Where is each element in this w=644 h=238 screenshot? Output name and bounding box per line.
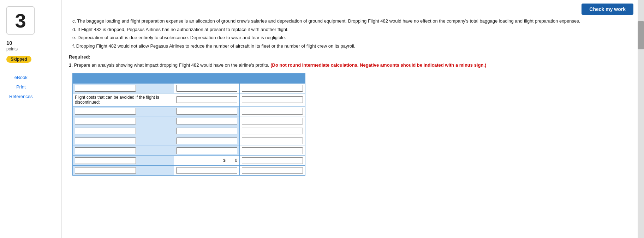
row6-right-cell — [240, 136, 305, 146]
status-badge: Skipped — [6, 56, 31, 63]
points-label: points — [6, 47, 18, 51]
row9-right-cell — [240, 165, 305, 175]
row3-right-input[interactable] — [242, 108, 303, 115]
table-row — [73, 136, 305, 146]
references-link[interactable]: References — [6, 92, 35, 100]
table-row — [73, 116, 305, 126]
row6-desc-cell — [73, 136, 174, 146]
table-header-row — [73, 73, 305, 83]
row5-right-input[interactable] — [242, 128, 303, 134]
row4-desc-cell — [73, 116, 174, 126]
row5-desc-input[interactable] — [75, 128, 136, 134]
row9-mid-cell — [174, 165, 240, 175]
row8-right-input[interactable] — [242, 157, 303, 164]
row7-right-cell — [240, 146, 305, 155]
row2-right-cell — [240, 93, 305, 106]
row1-right-cell — [240, 83, 305, 93]
row7-desc-cell — [73, 146, 174, 155]
row9-desc-cell — [73, 165, 174, 175]
row5-mid-cell — [174, 126, 240, 136]
scrollbar-thumb[interactable] — [638, 21, 644, 49]
row3-mid-input[interactable] — [176, 108, 237, 115]
row1-desc-input[interactable] — [75, 85, 136, 92]
check-my-work-button[interactable]: Check my work — [582, 4, 633, 15]
row1-right-input[interactable] — [242, 85, 303, 92]
row4-right-cell — [240, 116, 305, 126]
list-item-e: e. Depreciation of aircraft is due entir… — [72, 34, 626, 41]
content-area: c. The baggage loading and flight prepar… — [69, 18, 633, 176]
list-item-f: f. Dropping Flight 482 would not allow P… — [72, 43, 626, 50]
required-label: Required: — [69, 54, 626, 60]
row4-mid-cell — [174, 116, 240, 126]
row5-desc-cell — [73, 126, 174, 136]
dollar-sign: $ — [223, 158, 226, 163]
list-item-d: d. If Flight 482 is dropped, Pegasus Air… — [72, 26, 626, 33]
table-row — [73, 165, 305, 175]
row2-mid-input[interactable] — [176, 96, 237, 103]
row8-right-cell — [240, 155, 305, 165]
print-link[interactable]: Print — [6, 83, 35, 91]
info-list: c. The baggage loading and flight prepar… — [69, 18, 626, 49]
table-row — [73, 126, 305, 136]
row3-desc-input[interactable] — [75, 108, 136, 115]
question-number: 3 — [15, 9, 26, 32]
row7-desc-input[interactable] — [75, 147, 136, 154]
row5-right-cell — [240, 126, 305, 136]
row6-desc-input[interactable] — [75, 138, 136, 144]
row9-desc-input[interactable] — [75, 167, 136, 174]
row2-mid-cell — [174, 93, 240, 106]
question-text-red: (Do not round intermediate calculations.… — [270, 62, 486, 68]
left-sidebar: 3 10 points Skipped eBook Print Referenc… — [0, 0, 62, 238]
row1-desc-cell — [73, 83, 174, 93]
row3-right-cell — [240, 106, 305, 116]
row2-right-input[interactable] — [242, 96, 303, 103]
question-text: 1. Prepare an analysis showing what impa… — [69, 62, 626, 69]
row3-desc-cell — [73, 106, 174, 116]
row8-desc-cell — [73, 155, 174, 165]
row6-mid-input[interactable] — [176, 138, 237, 144]
header-col3 — [240, 73, 305, 83]
question-number-box: 3 — [6, 6, 35, 35]
table-row — [73, 106, 305, 116]
row5-mid-input[interactable] — [176, 128, 237, 134]
table-row — [73, 146, 305, 155]
row7-mid-cell — [174, 146, 240, 155]
table-row: Flight costs that can be avoided if the … — [73, 93, 305, 106]
dollar-value: 0 — [235, 158, 237, 163]
main-content: Check my work c. The baggage loading and… — [62, 0, 644, 238]
row4-right-input[interactable] — [242, 118, 303, 124]
ebook-link[interactable]: eBook — [6, 73, 35, 81]
row4-mid-input[interactable] — [176, 118, 237, 124]
header-col1 — [73, 73, 174, 83]
scrollbar[interactable] — [638, 0, 644, 238]
top-bar: Check my work — [69, 4, 633, 15]
list-item-c: c. The baggage loading and flight prepar… — [72, 18, 626, 25]
row4-desc-input[interactable] — [75, 118, 136, 124]
row9-right-input[interactable] — [242, 167, 303, 174]
question-text-normal: Prepare an analysis showing what impact … — [74, 62, 269, 68]
flight-costs-label-cell: Flight costs that can be avoided if the … — [73, 93, 174, 106]
row8-desc-input[interactable] — [75, 157, 136, 164]
row7-right-input[interactable] — [242, 147, 303, 154]
row6-right-input[interactable] — [242, 138, 303, 144]
analysis-table: Flight costs that can be avoided if the … — [72, 73, 305, 176]
flight-costs-label: Flight costs that can be avoided if the … — [75, 95, 159, 105]
sidebar-links: eBook Print References — [6, 73, 35, 100]
question-number-label: 1. — [69, 62, 73, 68]
row1-mid-cell — [174, 83, 240, 93]
row9-mid-input[interactable] — [176, 167, 237, 174]
row1-mid-input[interactable] — [176, 85, 237, 92]
table-row: $ 0 — [73, 155, 305, 165]
points-value: 10 — [6, 39, 12, 47]
header-col2 — [174, 73, 240, 83]
row3-mid-cell — [174, 106, 240, 116]
table-row — [73, 83, 305, 93]
row7-mid-input[interactable] — [176, 147, 237, 154]
row6-mid-cell — [174, 136, 240, 146]
row8-mid-cell: $ 0 — [174, 155, 240, 165]
